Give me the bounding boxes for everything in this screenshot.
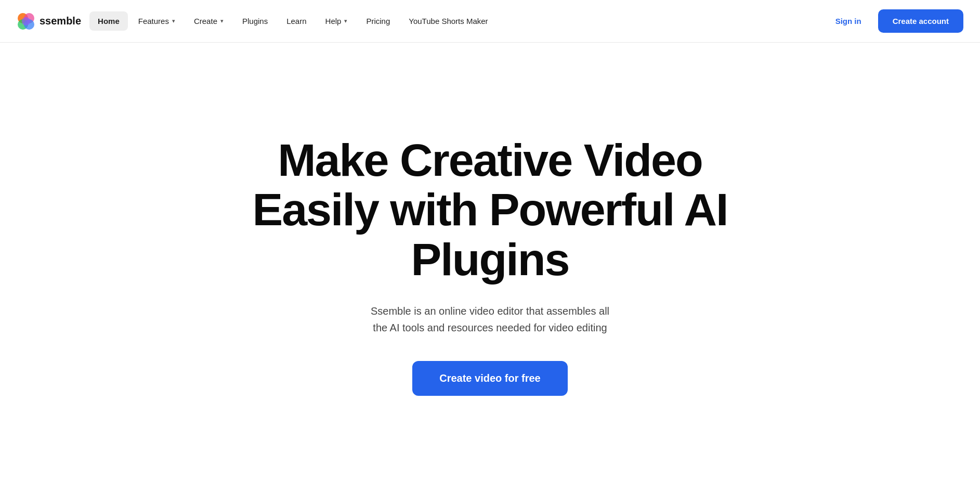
svg-point-4	[22, 17, 30, 25]
nav-item-home[interactable]: Home	[89, 11, 128, 31]
nav-item-learn[interactable]: Learn	[278, 11, 315, 31]
hero-subtitle: Ssemble is an online video editor that a…	[365, 303, 615, 336]
navigation: ssemble Home Features ▾ Create ▾ Plugins…	[0, 0, 980, 43]
logo[interactable]: ssemble	[17, 12, 81, 31]
nav-items: Home Features ▾ Create ▾ Plugins Learn H…	[89, 11, 827, 31]
nav-item-youtube-shorts[interactable]: YouTube Shorts Maker	[400, 11, 496, 31]
nav-item-help[interactable]: Help ▾	[317, 11, 356, 31]
logo-icon	[17, 12, 35, 31]
hero-section: Make Creative Video Easily with Powerful…	[0, 43, 980, 478]
chevron-down-icon: ▾	[220, 18, 224, 24]
sign-in-button[interactable]: Sign in	[827, 11, 870, 31]
nav-item-create[interactable]: Create ▾	[186, 11, 232, 31]
hero-title: Make Creative Video Easily with Powerful…	[236, 135, 745, 283]
nav-item-features[interactable]: Features ▾	[130, 11, 184, 31]
nav-right: Sign in Create account	[827, 9, 963, 33]
logo-text: ssemble	[40, 15, 81, 27]
nav-item-pricing[interactable]: Pricing	[358, 11, 398, 31]
nav-item-plugins[interactable]: Plugins	[234, 11, 276, 31]
chevron-down-icon: ▾	[172, 18, 175, 24]
chevron-down-icon: ▾	[344, 18, 347, 24]
create-account-button[interactable]: Create account	[878, 9, 963, 33]
create-video-button[interactable]: Create video for free	[412, 361, 568, 396]
